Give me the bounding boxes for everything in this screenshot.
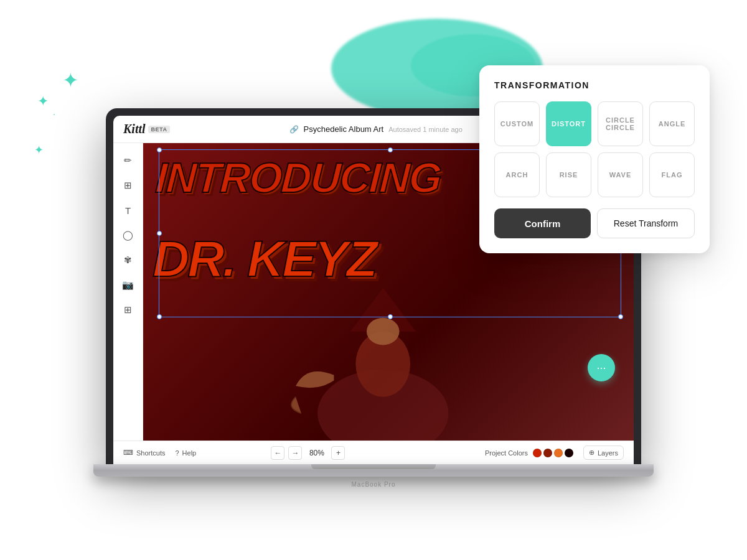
transform-custom-label: CUSTOM [500, 120, 533, 128]
selection-dot-ml[interactable] [157, 231, 162, 236]
laptop-notch [311, 464, 436, 469]
sparkle-icon-1: ✦ [37, 93, 49, 110]
transform-flag-label: FLAG [662, 171, 683, 179]
sidebar-tool-edit[interactable]: ✏ [118, 151, 138, 170]
project-colors-label: Project Colors [485, 449, 528, 457]
transform-option-flag[interactable]: FLAG [649, 152, 695, 197]
layers-icon: ⊕ [589, 449, 594, 457]
link-icon: 🔗 [289, 125, 299, 134]
transform-option-rise[interactable]: RISE [546, 152, 591, 197]
reset-transform-button[interactable]: Reset Transform [597, 208, 695, 238]
help-icon: ? [175, 449, 179, 457]
transform-wave-label: WAVE [609, 171, 632, 179]
sparkle-icon-4: · [53, 109, 55, 119]
svg-point-2 [367, 318, 400, 345]
project-title: Psychedelic Album Art [304, 124, 384, 134]
transform-option-distort[interactable]: DISTORT [546, 101, 591, 146]
sidebar-tool-layers[interactable]: ⊞ [118, 175, 138, 195]
selection-dot-bm[interactable] [388, 314, 393, 319]
layers-label: Layers [598, 449, 618, 457]
chat-button[interactable]: ··· [588, 354, 615, 381]
panel-title: TRANSFORMATION [494, 80, 695, 90]
project-colors-section: Project Colors [485, 449, 573, 457]
app-logo: Kittl BETA [123, 122, 170, 136]
transform-option-circle[interactable]: CIRCLE CIRCLE [598, 101, 643, 146]
laptop-base: MacBook Pro [93, 464, 654, 477]
zoom-value: 80% [306, 449, 327, 457]
layers-button[interactable]: ⊕ Layers [583, 446, 624, 460]
transform-option-custom[interactable]: CUSTOM [494, 101, 540, 146]
selection-dot-tm[interactable] [388, 147, 393, 152]
help-button[interactable]: ? Help [175, 449, 196, 457]
zoom-out-button[interactable]: ← [271, 446, 284, 460]
sidebar-tool-elements[interactable]: ✾ [118, 250, 138, 270]
color-dots [533, 449, 573, 457]
transform-option-wave[interactable]: WAVE [598, 152, 643, 197]
transform-grid: CUSTOM DISTORT CIRCLE CIRCLE ANGLE ARCH … [494, 101, 695, 197]
shortcuts-label: Shortcuts [136, 449, 165, 457]
sidebar-tool-photo[interactable]: 📷 [118, 275, 138, 295]
autosave-text: Autosaved 1 minute ago [388, 126, 463, 133]
selection-dot-br[interactable] [618, 314, 623, 319]
zoom-plus-button[interactable]: + [331, 446, 345, 460]
color-dot-4[interactable] [565, 449, 573, 457]
transform-option-arch[interactable]: ARCH [494, 152, 540, 197]
zoom-in-button[interactable]: → [288, 446, 302, 460]
selection-dot-tl[interactable] [157, 147, 162, 152]
transform-circle-label: CIRCLE CIRCLE [606, 116, 635, 131]
laptop-brand-text: MacBook Pro [351, 481, 395, 488]
transform-distort-label: DISTORT [552, 120, 586, 128]
beta-badge: BETA [148, 126, 171, 133]
sparkle-icon-2: ✦ [62, 68, 79, 92]
sidebar-tool-text[interactable]: T [118, 200, 138, 220]
selection-dot-bl[interactable] [157, 314, 162, 319]
transform-option-angle[interactable]: ANGLE [649, 101, 695, 146]
transform-rise-label: RISE [560, 171, 578, 179]
zoom-controls: ← → 80% + [271, 446, 345, 460]
help-label: Help [182, 449, 197, 457]
confirm-button[interactable]: Confirm [494, 208, 591, 238]
sidebar-tool-shapes[interactable]: ◯ [118, 225, 138, 245]
color-dot-2[interactable] [543, 449, 552, 457]
keyboard-icon: ⌨ [123, 449, 133, 457]
chat-icon: ··· [596, 362, 606, 375]
sidebar-tool-grid[interactable]: ⊞ [118, 300, 138, 320]
transform-angle-label: ANGLE [659, 120, 686, 128]
color-dot-1[interactable] [533, 449, 542, 457]
left-sidebar: ✏ ⊞ T ◯ ✾ 📷 ⊞ [113, 143, 143, 441]
logo-text: Kittl [123, 122, 146, 136]
transformation-panel: TRANSFORMATION CUSTOM DISTORT CIRCLE CIR… [479, 65, 710, 253]
panel-buttons: Confirm Reset Transform [494, 208, 695, 238]
color-dot-3[interactable] [554, 449, 563, 457]
shortcuts-button[interactable]: ⌨ Shortcuts [123, 449, 165, 457]
transform-arch-label: ARCH [506, 171, 529, 179]
bottom-bar: ⌨ Shortcuts ? Help ← → 80% + Project Col… [113, 441, 634, 464]
sparkle-icon-3: ✦ [34, 143, 44, 157]
